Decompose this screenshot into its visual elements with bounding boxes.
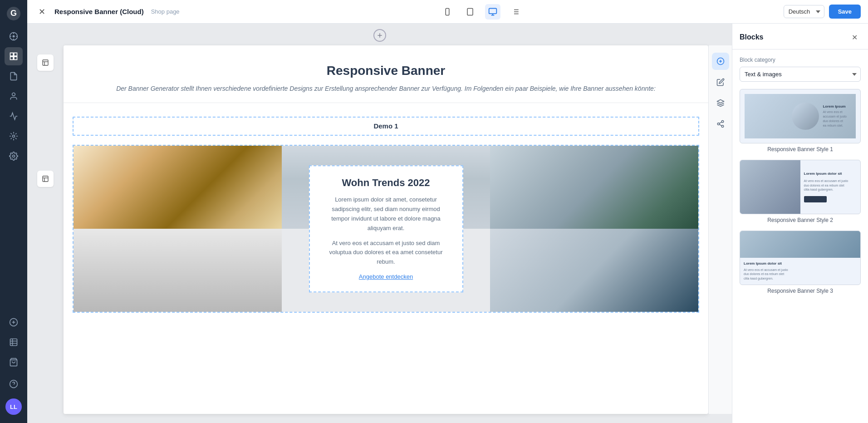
blocks-panel: Blocks ✕ Block category Text & images He…: [732, 24, 868, 423]
desktop-view-button[interactable]: [485, 4, 500, 20]
overlay-link[interactable]: Angebote entdecken: [359, 273, 413, 280]
banner-demo-section: Demo 1: [64, 103, 708, 322]
block-style1-thumbnail[interactable]: Lorem Ipsum At vero eos etaccusam et jus…: [740, 89, 861, 143]
block-style2-item: Lorem Ipsum dolor sit At vero eos et acc…: [740, 160, 861, 223]
topbar-right: Deutsch English Français Save: [784, 5, 861, 19]
banner-header: Responsive Banner Der Banner Generator s…: [64, 45, 708, 103]
sidebar-item-add[interactable]: [5, 313, 23, 331]
style3-text: Lorem Ipsum dolor sit At vero eos et acc…: [740, 258, 860, 285]
sidebar-item-pages[interactable]: [5, 67, 23, 85]
svg-point-8: [12, 93, 15, 96]
blocks-panel-body: Block category Text & images Hero Galler…: [732, 49, 868, 423]
svg-rect-36: [43, 176, 48, 182]
image-cell-white-vase: [74, 229, 282, 312]
sidebar-item-dashboard[interactable]: [5, 27, 23, 45]
list-view-button[interactable]: [508, 4, 523, 20]
blocks-panel-close-button[interactable]: ✕: [848, 31, 861, 44]
sidebar-item-help[interactable]: [5, 375, 23, 393]
canvas-left-tools: [27, 45, 64, 414]
page-title: Responsive Banner (Cloud): [54, 8, 144, 15]
add-block-top-button[interactable]: [373, 29, 386, 42]
style1-circle: [792, 103, 819, 130]
image-cell-sideboard: [490, 229, 698, 312]
overlay-title: Wohn Trends 2022: [323, 177, 450, 189]
banner-title: Responsive Banner: [73, 64, 699, 78]
svg-rect-7: [14, 57, 17, 60]
block-style2-label: Responsive Banner Style 2: [740, 217, 861, 223]
style2-thumb-body: At vero eos et accusam et justoduo dolor…: [804, 179, 857, 192]
sidebar-item-table[interactable]: [5, 333, 23, 351]
svg-rect-33: [43, 60, 48, 65]
tool-edit[interactable]: [712, 74, 729, 91]
image-cell-mirror-room: [490, 146, 698, 229]
image-cell-living-room: [74, 146, 282, 229]
style3-thumb-body: At vero eos et accusam et justoduo dolor…: [744, 268, 857, 281]
style3-img: [740, 231, 860, 258]
blocks-panel-header: Blocks ✕: [732, 24, 868, 49]
canvas-tool-1[interactable]: [37, 54, 54, 71]
style2-thumb-title: Lorem Ipsum dolor sit: [804, 172, 857, 176]
overlay-content-box: Wohn Trends 2022 Lorem ipsum dolor sit a…: [309, 166, 463, 293]
tablet-view-button[interactable]: [462, 4, 478, 20]
svg-text:G: G: [10, 9, 17, 18]
svg-point-3: [13, 35, 15, 38]
tool-share[interactable]: [712, 115, 729, 133]
style1-thumb-title: Lorem Ipsum: [823, 104, 847, 108]
sidebar-item-marketing[interactable]: [5, 107, 23, 125]
svg-rect-6: [10, 57, 14, 60]
svg-point-44: [717, 123, 720, 125]
style2-text: Lorem Ipsum dolor sit At vero eos et acc…: [800, 160, 861, 214]
svg-rect-14: [10, 339, 17, 346]
view-mode-switcher: [185, 4, 778, 20]
block-style3-item: Lorem Ipsum dolor sit At vero eos et acc…: [740, 231, 861, 294]
main-wrapper: ✕ Responsive Banner (Cloud) Shop page De…: [27, 0, 868, 423]
blocks-panel-title: Blocks: [740, 33, 763, 41]
sidebar-item-users[interactable]: [5, 87, 23, 105]
canvas-tool-2[interactable]: [37, 171, 54, 187]
editor-area: Responsive Banner Der Banner Generator s…: [27, 24, 732, 423]
svg-point-45: [721, 125, 724, 128]
block-style1-label: Responsive Banner Style 1: [740, 146, 861, 152]
save-button[interactable]: Save: [829, 5, 861, 19]
sidebar-item-bag[interactable]: [5, 353, 23, 371]
user-avatar[interactable]: LL: [5, 398, 22, 415]
svg-rect-22: [489, 8, 497, 14]
style2-preview: Lorem Ipsum dolor sit At vero eos et acc…: [740, 160, 860, 214]
svg-rect-4: [10, 53, 14, 56]
canvas: Responsive Banner Der Banner Generator s…: [64, 45, 708, 414]
demo-label: Demo 1: [373, 122, 398, 130]
style1-text-block: Lorem Ipsum At vero eos etaccusam et jus…: [823, 104, 847, 128]
block-style3-thumbnail[interactable]: Lorem Ipsum dolor sit At vero eos et acc…: [740, 231, 861, 285]
style3-preview: Lorem Ipsum dolor sit At vero eos et acc…: [740, 231, 860, 285]
style2-img: [740, 160, 800, 214]
image-grid: Wohn Trends 2022 Lorem ipsum dolor sit a…: [73, 145, 699, 313]
mobile-view-button[interactable]: [440, 4, 455, 20]
app-logo[interactable]: G: [5, 5, 23, 23]
svg-marker-42: [717, 100, 724, 103]
tool-layers[interactable]: [712, 94, 729, 112]
style3-thumb-title: Lorem Ipsum dolor sit: [744, 261, 857, 266]
language-selector[interactable]: Deutsch English Français: [784, 5, 824, 18]
sidebar-item-settings[interactable]: [5, 147, 23, 165]
sidebar-item-layout[interactable]: [5, 47, 23, 65]
svg-line-46: [719, 124, 721, 126]
category-selector[interactable]: Text & images Hero Gallery Forms Navigat…: [740, 67, 861, 82]
style1-preview: Lorem Ipsum At vero eos etaccusam et jus…: [740, 89, 860, 143]
content-area: Responsive Banner Der Banner Generator s…: [27, 24, 868, 423]
block-style3-label: Responsive Banner Style 3: [740, 288, 861, 294]
overlay-body2: At vero eos et accusam et justo sed diam…: [323, 239, 450, 267]
canvas-wrapper: Responsive Banner Der Banner Generator s…: [27, 45, 732, 423]
svg-point-43: [721, 121, 724, 123]
svg-point-10: [13, 155, 15, 157]
svg-point-9: [13, 135, 15, 138]
banner-subtitle: Der Banner Generator stellt Ihnen versch…: [73, 84, 699, 93]
close-button[interactable]: ✕: [34, 5, 49, 19]
demo-label-box: Demo 1: [73, 117, 699, 136]
style2-thumb-button: [804, 196, 827, 202]
sidebar-item-extensions[interactable]: [5, 127, 23, 145]
svg-line-47: [719, 122, 721, 123]
svg-rect-5: [14, 53, 17, 56]
left-sidebar: G LL: [0, 0, 27, 423]
tool-add-block[interactable]: [712, 53, 729, 70]
block-style2-thumbnail[interactable]: Lorem Ipsum dolor sit At vero eos et acc…: [740, 160, 861, 214]
